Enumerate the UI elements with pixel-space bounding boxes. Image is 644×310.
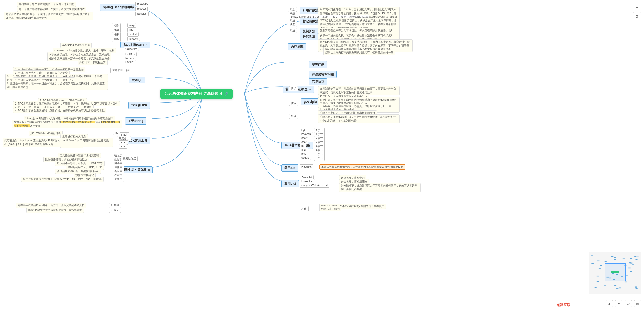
hashset-desc: 不要认为最新的数据结构，该方法的内部实现原理实际用的是HashMap	[319, 164, 405, 170]
jstat-node[interactable]: jstat	[119, 144, 127, 149]
load2-node[interactable]: 2. 验证	[109, 208, 121, 213]
double-size: 8字节	[314, 156, 325, 161]
class2-desc: 确保Class文件字节包信包含信符合虚拟机要求	[26, 208, 84, 213]
toolbar-settings-btn[interactable]: ⚙	[633, 12, 641, 20]
traverse-label-node[interactable]: 遍历	[112, 37, 121, 42]
jps-desc-node: jps -lvm输出JVM运行进程	[29, 131, 63, 136]
common-set-section: 常用Set	[281, 164, 298, 172]
tcp4-node: 4. TCP提供了多包重发机制，应用机制、有序接收机系统可以接收数据可靠性	[13, 108, 106, 113]
averaging-node: averagingInt计算平均值	[60, 43, 92, 48]
tcp-protocol-section: TCP协议	[309, 78, 327, 85]
brand: 创路互联	[557, 303, 570, 307]
cpu-cmd-node: 内存存溢出，top -Hp pid查出最消耗CPU线程 2、printf "%s…	[3, 138, 113, 147]
double-node[interactable]: double	[300, 156, 311, 160]
osi-datalink-badge: 数据链路层	[121, 156, 138, 161]
minimap	[589, 252, 641, 294]
session-desc: 每个会话都有效期内保存一个实例，会话过期失效，通常情况是用户登录开始算，到期Se…	[4, 12, 93, 20]
toolbar-expand-btn[interactable]: ≡	[633, 3, 641, 11]
replication-section: 幂等问题	[309, 61, 327, 68]
map-node[interactable]: map	[127, 23, 136, 28]
zoom-out-btn[interactable]: ▼	[615, 300, 622, 307]
center-node[interactable]: Java整体知识架构详解-之基础知识 🔗	[160, 89, 233, 99]
hashset-node[interactable]: HashSet	[300, 164, 313, 169]
struct-desc: 数据加表的结构	[319, 206, 341, 211]
minimap-viewport	[605, 263, 626, 281]
gossip-advantage-node[interactable]: 优点	[289, 101, 298, 106]
gossip-desc-node[interactable]: 描述	[289, 86, 298, 91]
pk-unique-node[interactable]: 主键和唯一索引	[110, 68, 132, 73]
zoom-reset-btn[interactable]: ⊙	[625, 300, 632, 307]
tag-desc2-node[interactable]: 缺点	[288, 22, 297, 27]
foreach-node[interactable]: foreach	[127, 37, 140, 41]
center-label: Java整体知识架构详解-之基础知识	[165, 91, 222, 96]
collectors-node[interactable]: Collectors	[124, 47, 139, 51]
common-list-section: 常用List	[281, 180, 299, 187]
sorted-node[interactable]: sorted	[127, 32, 139, 37]
copy-desc-node[interactable]: 概述	[288, 28, 297, 33]
spring-bean-node[interactable]: Spring Bean的作用域	[100, 4, 137, 11]
gossip-disadvantage-node[interactable]: 缺点	[289, 114, 298, 119]
toolbar: ≡ ⚙	[633, 3, 641, 20]
osi-application-node[interactable]: 应用层	[113, 177, 124, 182]
prototype-node[interactable]: prototype	[135, 2, 150, 6]
mysql-node[interactable]: MySQL	[129, 77, 145, 83]
jps-label-node[interactable]: jps	[113, 131, 120, 135]
gossip-dis2: 消息冗余，相比gossip协议，一个节点向所有传播消息可能合并一个节点收到多个节…	[318, 114, 400, 123]
copyonwrite-desc: 并发情况下，该场景适运大于写场景的时候使用，它的写场景是复制一份相同的数据	[339, 183, 421, 192]
prototype-desc: 单例模式，每个请求都提供一个实例，是多例的	[17, 2, 76, 7]
string2-node: 在拥有多个字符串串相组合的情况下使用StringBulider（线程安全的）或者…	[12, 120, 122, 128]
struct-node[interactable]: 构建	[300, 206, 309, 211]
load1-node[interactable]: 1. 加载	[109, 203, 121, 208]
session-node[interactable]: Session	[135, 12, 149, 16]
parallel-desc-node: 并行计算，多线程运算	[78, 60, 108, 65]
generation-node: 分代算法	[300, 33, 318, 40]
request-node[interactable]: request	[135, 7, 148, 11]
bottom-bar: ▲ ▼ ⊙ ⊞	[606, 300, 641, 307]
copyonwrite-node[interactable]: CopyOnWriteArrayList	[300, 183, 329, 188]
mem-barrier-section: 内存屏障	[288, 43, 306, 50]
filter-node[interactable]: filter	[127, 28, 136, 32]
parallel-label-node[interactable]: Parallel	[124, 60, 136, 64]
mem-barrier-func2: 强制让工作内存中的数据刷新到主内存，使得信息保持一致	[323, 50, 395, 55]
string-node[interactable]: 关于String	[125, 117, 146, 125]
jstack-node[interactable]: jstack	[119, 132, 129, 137]
request-desc: 每一个客户端请求都创建一个实例，请求完成后实体回收	[17, 7, 86, 12]
osi-application-desc: 与用户与应用程序的接口，比如实现http、ftp、smtp、dns、telnet…	[21, 177, 104, 182]
fit-btn[interactable]: ⊞	[634, 300, 641, 307]
class-desc: 内存中生成类的Class对象，他方方法是从父类的构造入口	[16, 203, 86, 208]
mind-map-container: Java整体知识架构详解-之基础知识 🔗 Spring Bean的作用域 pro…	[0, 0, 644, 310]
zoom-in-btn[interactable]: ▲	[606, 300, 613, 307]
tcp-issue-section: 拜占庭将军问题	[309, 71, 337, 78]
pk5-node: 5. 主键是一种约束，唯一一索引是一种索引，含义在的与数据结构相同，用来快速查询…	[5, 81, 108, 90]
gossip-desc-text: 在前端通信不会碰中前后端的简单问题的前提下，需要找一种半分式协议，协议方发写队选…	[318, 86, 400, 95]
tcp-udp-node[interactable]: TCP和UDP	[128, 102, 150, 109]
algo-concept-node: 算法和基础概念 ∞	[283, 86, 314, 93]
